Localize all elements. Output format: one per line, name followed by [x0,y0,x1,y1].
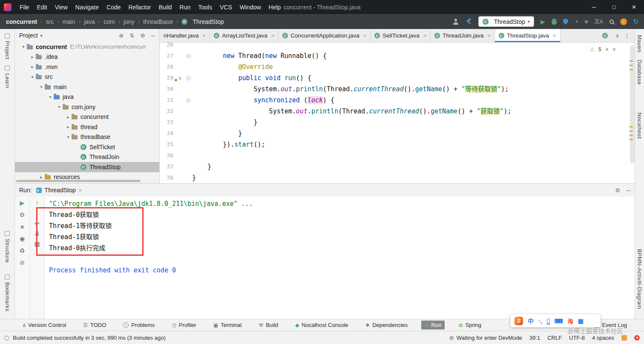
editor-tab[interactable]: CArrayListTest.java× [210,29,279,42]
sync-icon[interactable]: ↻ [633,17,639,26]
ime-menu-icon[interactable]: ▦ [578,318,584,324]
tab-options-icon[interactable]: ⋮ [624,32,630,39]
menu-window[interactable]: Window [236,4,265,11]
tree-chevron-icon[interactable]: ▾ [38,84,45,89]
project-settings-icon[interactable]: ⚙ [140,32,145,39]
tree-chevron-icon[interactable]: ▾ [20,44,27,49]
gc-icon[interactable]: ♻ [20,248,25,254]
clear-console-icon[interactable]: ⊘ [20,260,25,266]
tree-item-ThreadStop[interactable]: CThreadStop [15,162,159,172]
tree-chevron-icon[interactable]: ▾ [56,104,63,109]
menu-navigate[interactable]: Navigate [72,4,103,11]
menu-view[interactable]: View [51,4,72,11]
horizontal-scrollbar[interactable] [16,180,141,182]
soft-wrap-icon[interactable]: ↩ [34,220,40,226]
tree-chevron-icon[interactable]: ▾ [29,75,36,79]
next-problem-icon[interactable]: ∨ [612,46,616,52]
close-tab-icon[interactable]: × [553,32,556,39]
hide-run-panel-icon[interactable]: ─ [627,187,630,194]
tree-item-.idea[interactable]: ▸.idea [15,52,159,62]
tree-item-com.jony[interactable]: ▾com.jony [15,102,159,112]
tree-item-thread[interactable]: ▸thread [15,122,159,132]
update-icon[interactable]: ↑ [620,18,627,25]
breadcrumb-item-ThreadStop[interactable]: CThreadStop [181,18,224,25]
scroll-to-end-icon[interactable]: ⇊ [34,231,40,237]
chevron-down-icon[interactable]: ▾ [40,33,43,38]
keyboard-icon[interactable]: ⌨ [555,318,563,324]
sogou-logo-icon[interactable]: S [515,317,523,325]
toolwindow-button-problems[interactable]: !Problems [120,321,158,330]
tool-stripe-maven[interactable]: Maven [635,35,644,52]
tree-item-ThreadJoin[interactable]: CThreadJoin [15,152,159,162]
breadcrumb-item-java[interactable]: java [84,18,95,25]
run-tab[interactable]: ThreadStop × [36,187,82,194]
close-tab-icon[interactable]: × [271,32,275,39]
toolwindow-button-nocalhost[interactable]: ◆Nocalhost Console [292,321,351,330]
tree-item-.mvn[interactable]: ▸.mvn [15,62,159,72]
code-with-me-users-icon[interactable] [453,19,459,25]
tree-item-SellTicket[interactable]: CSellTicket [15,142,159,152]
editor-tab[interactable]: nHandler.java× [160,29,210,42]
breadcrumb-item-com[interactable]: com [104,18,115,25]
toolwindow-button-spring[interactable]: ✿Spring [455,321,485,330]
ime-punctuation-toggle[interactable]: ·, [538,318,542,324]
breadcrumb-item-jony[interactable]: jony [124,18,135,25]
fold-icon[interactable]: − [187,54,190,58]
locate-file-icon[interactable]: ⊕ [119,32,124,39]
close-button[interactable]: ✕ [624,0,644,14]
close-run-tab-icon[interactable]: × [79,187,82,194]
toolwindow-button-terminal[interactable]: ▣Terminal [210,321,245,330]
breadcrumb-item-threadbase[interactable]: threadbase [143,18,173,25]
edit-configuration-icon[interactable]: ⚙ [20,212,25,218]
profiler-button[interactable]: ◔ [575,18,578,25]
hidden-tabs-chevron-icon[interactable]: ∨ [615,33,619,39]
menu-refactor[interactable]: Refactor [125,4,155,11]
tool-stripe-bpmn[interactable]: BPMN-Activiti-Diagram [635,249,644,309]
breadcrumb-item-src[interactable]: src [46,18,54,25]
tree-chevron-icon[interactable]: ▾ [65,135,72,139]
ide-notification-icon[interactable] [621,335,627,341]
menu-edit[interactable]: Edit [33,4,51,11]
tree-item-threadbase[interactable]: ▾threadbase [15,132,159,142]
line-ending-indicator[interactable]: CRLF [547,335,562,341]
build-hammer-icon[interactable] [466,18,472,25]
tree-item-java[interactable]: ▾java [15,92,159,102]
debug-button[interactable] [552,19,557,25]
run-settings-icon[interactable]: ⚙ [615,187,620,194]
tree-chevron-icon[interactable]: ▸ [65,115,72,119]
microphone-icon[interactable] [547,318,550,323]
tree-item-concurrent[interactable]: ▸concurrent [15,112,159,122]
tree-item-concurrent[interactable]: ▾concurrentE:\TLWork\concurrent\concurr [15,42,159,52]
editor-tab[interactable]: CThreadJoin.java× [431,29,495,42]
ime-language-toggle[interactable]: 中 [528,318,534,324]
code-editor[interactable]: 2627− new Thread(new Runnable() {28 @Ove… [160,43,635,183]
encoding-indicator[interactable]: UTF-8 [569,335,585,341]
toolwindow-button-profiler[interactable]: ◷Profiler [168,321,200,330]
breadcrumb-item-concurrent[interactable]: concurrent [6,18,37,25]
menu-file[interactable]: File [16,4,33,11]
hide-panel-icon[interactable]: ─ [151,32,155,39]
toolwindow-button-todo[interactable]: ☰TODO [80,321,109,330]
search-everywhere-icon[interactable] [610,20,614,24]
tool-stripe-structure[interactable]: Structure [0,231,14,263]
run-console[interactable]: "C:\Program Files\Java\jdk1.8.0_211\bin\… [45,197,635,319]
toolwindow-button-vcs[interactable]: YVersion Control [19,321,69,330]
editor-tab[interactable]: CThreadStop.java× [495,29,561,42]
indent-indicator[interactable]: 4 spaces [592,335,614,341]
override-marker-icon[interactable]: ↑ [178,75,182,81]
close-tab-icon[interactable]: × [203,32,206,39]
run-configuration-combo[interactable]: C ThreadStop ▾ [478,16,534,27]
prev-problem-icon[interactable]: ∧ [605,46,609,52]
menu-code[interactable]: Code [103,4,124,11]
tree-item-src[interactable]: ▾src [15,72,159,82]
toolwindow-button-build[interactable]: ⚒Build [255,321,282,330]
tree-chevron-icon[interactable]: ▸ [38,175,45,179]
tree-chevron-icon[interactable]: ▸ [29,64,36,69]
event-notification-badge[interactable] [634,335,640,341]
menu-vcs[interactable]: VCS [216,4,236,11]
tree-chevron-icon[interactable]: ▸ [29,55,36,59]
maximize-button[interactable]: □ [604,0,624,14]
menu-tools[interactable]: Tools [194,4,216,11]
editor-tab[interactable]: CConcurrentApplication.java× [279,29,371,42]
tool-stripe-project[interactable]: Project [0,33,14,59]
